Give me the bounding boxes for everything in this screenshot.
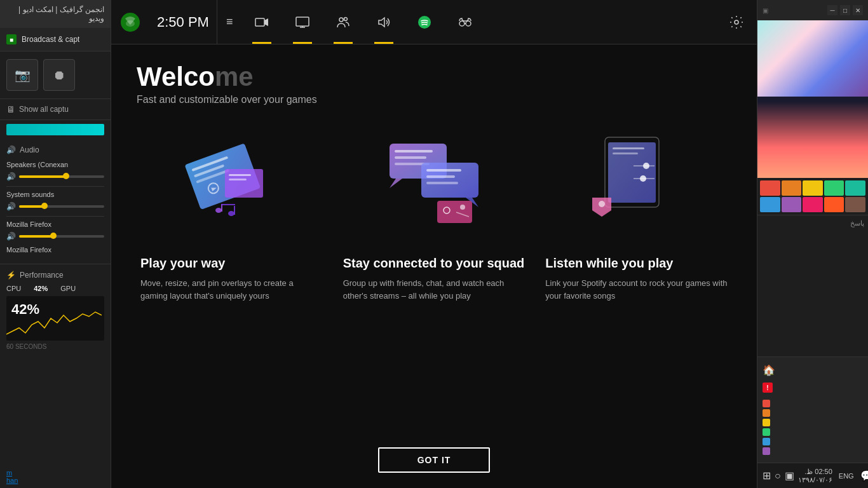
link1[interactable]: m (6, 469, 104, 477)
svg-rect-29 (395, 150, 433, 152)
nav-spotify[interactable] (404, 0, 445, 44)
svg-point-23 (215, 208, 222, 213)
color-cell-9[interactable] (824, 197, 844, 212)
svg-rect-4 (296, 17, 309, 26)
color-palette: پاسخ (757, 20, 868, 356)
capture-buttons: 📷 ⏺ (0, 51, 111, 99)
window-controls: ─ □ ✕ (827, 5, 863, 15)
nav-friends[interactable] (323, 0, 363, 44)
performance-section: ⚡ Performance CPU 42% GPU 42% 60 SECONDS (0, 264, 111, 465)
color-dot-3[interactable] (763, 419, 770, 426)
gpu-label: GPU (60, 285, 76, 292)
notification-taskbar-icon[interactable]: 💬 (860, 467, 868, 485)
welcome-section: Welcome Fast and customizable over your … (111, 44, 757, 118)
svg-point-25 (228, 211, 234, 216)
volume-slider-1[interactable] (19, 175, 104, 178)
color-cell-4[interactable] (824, 180, 844, 196)
volume-icon-1: 🔊 (6, 172, 15, 181)
illustration-3 (545, 118, 728, 245)
welcome-title: Welcome (137, 64, 731, 90)
got-it-button[interactable]: GOT IT (378, 447, 491, 473)
palette-color-grid (757, 178, 868, 215)
svg-point-11 (459, 21, 465, 26)
color-cell-8[interactable] (803, 197, 823, 212)
feature-desc-2: Group up with friends, chat, and watch e… (343, 277, 526, 302)
svg-point-40 (460, 205, 465, 210)
svg-rect-34 (426, 169, 461, 172)
cpu-label: CPU (6, 285, 21, 292)
feature-title-3: Listen while you play (545, 255, 728, 271)
perf-icon: ⚡ (6, 271, 16, 280)
right-panel: ▣ ─ □ ✕ پاسخ 🏠 ! (757, 0, 868, 488)
home-icon: 🏠 (763, 364, 775, 376)
nav-record[interactable] (241, 0, 282, 44)
svg-rect-38 (437, 201, 472, 223)
feature-col-3: Listen while you play Link your Spotify … (535, 118, 738, 435)
search-taskbar-button[interactable]: ○ (775, 467, 781, 485)
color-cell-10[interactable] (845, 197, 865, 212)
svg-rect-30 (395, 156, 426, 159)
right-nav-home[interactable]: 🏠 (763, 362, 863, 378)
got-it-area: GOT IT (111, 435, 757, 488)
svg-rect-26 (234, 206, 235, 215)
broadcast-header: ■ Broadcast & capt (0, 28, 111, 51)
color-cell-2[interactable] (782, 180, 802, 196)
cpu-value: 42% (34, 285, 48, 292)
svg-rect-33 (421, 163, 478, 198)
time-display: 2:50 PM (149, 0, 217, 44)
sidebar-top-bar: انجمن گرافیک | امکت ادیو | ویدیو (0, 0, 111, 28)
svg-marker-32 (390, 179, 402, 188)
volume-slider-3[interactable] (19, 235, 104, 238)
color-cell-7[interactable] (782, 197, 802, 212)
feature-title-2: Stay connected to your squad (343, 255, 526, 271)
color-dot-1[interactable] (763, 400, 770, 407)
cpu-percent: 42% (11, 301, 39, 318)
volume-row-3: 🔊 (6, 232, 104, 241)
svg-point-8 (344, 17, 348, 20)
svg-point-13 (735, 20, 738, 24)
color-dot-5[interactable] (763, 438, 770, 445)
color-dot-4[interactable] (763, 428, 770, 436)
nav-display[interactable] (282, 0, 323, 44)
palette-landscape (757, 102, 868, 178)
volume-row-1: 🔊 (6, 172, 104, 181)
volume-slider-2[interactable] (19, 205, 104, 208)
nav-settings[interactable] (716, 0, 757, 44)
screenshot-button[interactable]: 📷 (6, 59, 38, 91)
color-dot-6[interactable] (763, 447, 770, 455)
color-cell-5[interactable] (845, 180, 865, 196)
feature-col-2: Stay connected to your squad Group up wi… (333, 118, 536, 435)
palette-gradient-top (757, 20, 868, 97)
color-cell-6[interactable] (760, 197, 780, 212)
color-cell-1[interactable] (760, 180, 780, 196)
taskbar: ⊞ ○ ▣ 02:50 ظ. ۱۳۹۸/۰۷/۰۶ ENG 💬 (757, 463, 868, 488)
svg-marker-9 (379, 18, 384, 27)
close-button[interactable]: ✕ (853, 5, 863, 15)
color-cell-3[interactable] (803, 180, 823, 196)
start-button[interactable]: ⊞ (763, 467, 771, 485)
nav-binoculars[interactable] (445, 0, 485, 44)
system-sounds-label: System sounds (6, 191, 104, 198)
speaker-label: Speakers (Conexan (6, 161, 104, 168)
xbox-icon (111, 0, 149, 44)
link2[interactable]: han (6, 477, 104, 484)
menu-icon[interactable]: ≡ (217, 0, 242, 44)
sidebar-top-text: انجمن گرافیک | امکت ادیو | ویدیو (6, 5, 104, 23)
right-nav-badge[interactable]: ! (763, 381, 863, 395)
show-all-captures[interactable]: 🖥 Show all captu (0, 99, 111, 120)
notification-badge: ! (763, 383, 773, 393)
nav-audio[interactable] (363, 0, 404, 44)
top-bar: 2:50 PM ≡ (111, 0, 757, 44)
color-dot-2[interactable] (763, 409, 770, 417)
audio-icon: 🔊 (6, 146, 16, 154)
right-panel-label: ▣ (763, 7, 768, 14)
persian-text: پاسخ (757, 215, 868, 231)
maximize-button[interactable]: □ (840, 5, 850, 15)
minimize-button[interactable]: ─ (827, 5, 837, 15)
record-button[interactable]: ⏺ (43, 59, 75, 91)
task-view-button[interactable]: ▣ (785, 467, 794, 485)
features-area: Play your way Move, resize, and pin over… (111, 118, 757, 435)
svg-rect-36 (426, 182, 458, 184)
color-dots (763, 397, 863, 458)
performance-header: ⚡ Performance (6, 271, 104, 280)
